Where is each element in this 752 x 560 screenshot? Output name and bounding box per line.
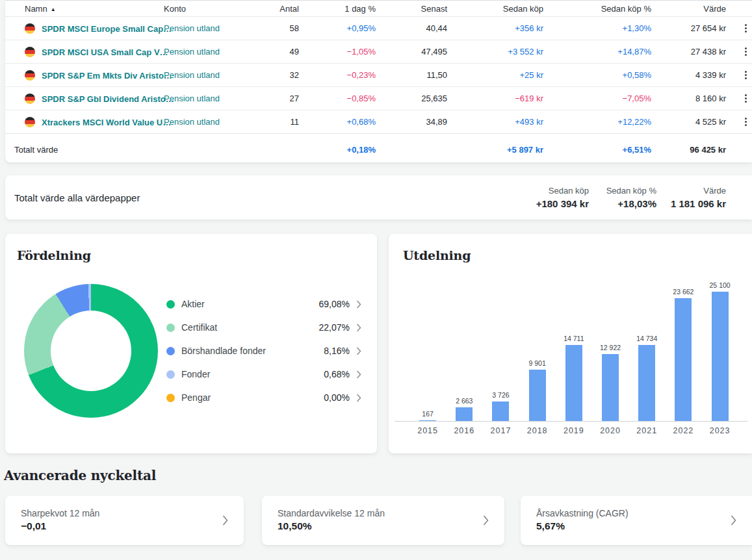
dividend-card: Utdelning 16720152 66320163 72620179 901… (389, 234, 752, 453)
chevron-right-icon (222, 515, 228, 526)
column-header-1dag[interactable]: 1 dag % (299, 1, 376, 17)
table-row: SPDR S&P Gbl Dividend Aristo… Pension ut… (5, 87, 752, 110)
holdings-table: Namn▲ Konto Antal 1 dag % Senast Sedan k… (5, 1, 752, 165)
sedan-kop-pct-cell: +12,22% (543, 110, 651, 134)
senast-cell: 34,89 (376, 110, 447, 134)
summary-varde: Värde 1 181 096 kr (656, 186, 726, 209)
sedan-kop-pct-cell: +0,58% (543, 64, 651, 87)
account-link[interactable]: Pension utland (164, 47, 220, 57)
bar-year-label: 2019 (556, 426, 592, 435)
table-row: Xtrackers MSCI World Value U… Pension ut… (5, 110, 752, 134)
antal-cell: 27 (248, 87, 299, 110)
legend-label: Aktier (181, 299, 205, 309)
bar (529, 370, 546, 421)
account-link[interactable]: Pension utland (164, 70, 220, 80)
kpi-value: 5,67% (536, 520, 752, 532)
chevron-right-icon (356, 324, 361, 332)
sedan-kop-pct-cell: +14,87% (543, 40, 651, 64)
bar-value-label: 3 726 (492, 391, 509, 399)
donut-hole (51, 311, 131, 391)
legend-item-fonder[interactable]: Fonder 0,68% (166, 363, 361, 386)
legend-item-aktier[interactable]: Aktier 69,08% (166, 292, 361, 316)
column-header-varde[interactable]: Värde (651, 1, 726, 17)
legend-dot (166, 370, 175, 379)
allocation-title: Fördelning (17, 248, 91, 262)
table-row: SPDR MSCI Europe Small Cap… Pension utla… (5, 17, 752, 40)
legend-dot (166, 347, 175, 355)
bar-year-label: 2018 (519, 426, 556, 435)
allocation-card: Fördelning Aktier 69,08% Certifikat 22,0… (5, 234, 377, 453)
column-header-namn[interactable]: Namn▲ (5, 1, 164, 17)
table-header-row: Namn▲ Konto Antal 1 dag % Senast Sedan k… (5, 1, 752, 17)
column-header-antal[interactable]: Antal (248, 1, 299, 17)
security-link[interactable]: SPDR MSCI Europe Small Cap… (42, 24, 172, 34)
summary-col-label: Sedan köp (491, 186, 589, 196)
summary-title: Totalt värde alla värdepapper (14, 192, 140, 203)
bar-column: 25 1002023 (702, 281, 738, 421)
germany-flag-icon (25, 94, 35, 104)
germany-flag-icon (25, 47, 35, 57)
row-menu-button[interactable] (741, 21, 750, 35)
bar-value-label: 2 663 (456, 397, 473, 405)
security-link[interactable]: SPDR S&P Gbl Dividend Aristo… (42, 94, 174, 104)
bar-value-label: 167 (422, 410, 434, 418)
allocation-legend: Aktier 69,08% Certifikat 22,07% Börshand… (166, 292, 361, 409)
security-link[interactable]: SPDR S&P Em Mkts Div Aristo… (42, 71, 172, 81)
row-menu-button[interactable] (741, 68, 750, 82)
column-header-sedan-kop-pct[interactable]: Sedan köp % (543, 1, 651, 17)
legend-label: Börshandlade fonder (181, 346, 266, 356)
row-menu-button[interactable] (741, 92, 750, 105)
allocation-donut-chart (24, 284, 158, 418)
account-link[interactable]: Pension utland (164, 117, 220, 127)
column-header-senast[interactable]: Senast (376, 1, 447, 17)
legend-item-pengar[interactable]: Pengar 0,00% (166, 386, 361, 409)
chevron-right-icon (731, 515, 736, 526)
account-link[interactable]: Pension utland (164, 94, 220, 103)
bar-year-label: 2017 (482, 426, 519, 435)
antal-cell: 11 (248, 110, 299, 134)
kpi-label: Sharpekvot 12 mån (21, 508, 244, 518)
table-row: SPDR MSCI USA Small Cap V… Pension utlan… (5, 40, 752, 64)
1dag-cell: +0,95% (299, 17, 376, 40)
chevron-right-icon (356, 394, 361, 402)
bar (456, 407, 473, 421)
account-link[interactable]: Pension utland (164, 23, 220, 33)
total-label: Totalt värde (5, 134, 164, 166)
kpi-card-standardavvikelse[interactable]: Standardavvikelse 12 mån 10,50% (262, 496, 504, 545)
varde-cell: 4 525 kr (651, 110, 726, 134)
germany-flag-icon (25, 117, 35, 127)
sedan-kop-pct-cell: +1,30% (543, 17, 651, 40)
security-link[interactable]: Xtrackers MSCI World Value U… (42, 118, 171, 127)
bar-column: 23 6622022 (665, 281, 701, 421)
dividend-title: Utdelning (403, 248, 471, 262)
row-menu-button[interactable] (741, 115, 750, 129)
bar (712, 292, 729, 421)
varde-cell: 27 438 kr (651, 40, 726, 64)
legend-value: 0,68% (324, 369, 350, 379)
legend-label: Certifikat (181, 322, 217, 333)
kpi-value: 10,50% (278, 520, 504, 532)
column-header-konto[interactable]: Konto (164, 1, 248, 17)
bar-year-label: 2021 (629, 426, 665, 435)
legend-value: 8,16% (324, 346, 350, 356)
legend-label: Pengar (181, 392, 211, 403)
bar-value-label: 14 711 (564, 335, 584, 342)
legend-item-borshandlade-fonder[interactable]: Börshandlade fonder 8,16% (166, 339, 361, 363)
senast-cell: 47,495 (376, 40, 447, 64)
column-header-sedan-kop[interactable]: Sedan köp (447, 1, 543, 17)
security-link[interactable]: SPDR MSCI USA Small Cap V… (42, 47, 168, 57)
total-1dag: +0,18% (299, 134, 376, 166)
row-menu-button[interactable] (741, 45, 750, 58)
summary-sedan-kop: Sedan köp +180 394 kr (491, 186, 589, 209)
bar-year-label: 2016 (446, 426, 482, 435)
varde-cell: 27 654 kr (651, 17, 726, 40)
legend-dot (166, 394, 175, 402)
kpi-card-arsavkastning[interactable]: Årsavkastning (CAGR) 5,67% (521, 496, 752, 545)
summary-col-label: Sedan köp % (589, 186, 656, 196)
kpi-value: −0,01 (21, 520, 244, 532)
legend-item-certifikat[interactable]: Certifikat 22,07% (166, 316, 361, 339)
kpi-card-sharpekvot[interactable]: Sharpekvot 12 mån −0,01 (5, 496, 244, 545)
varde-cell: 8 160 kr (651, 87, 726, 110)
kpi-label: Standardavvikelse 12 mån (278, 508, 504, 518)
sedan-kop-pct-cell: −7,05% (543, 87, 651, 110)
